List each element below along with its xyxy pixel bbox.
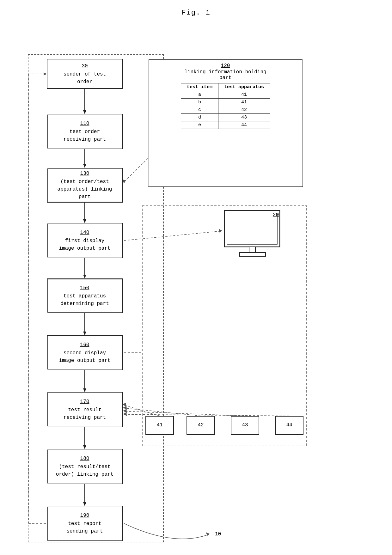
box-42-number: 42 (198, 421, 204, 429)
box-120-title: linking information-holdingpart (153, 69, 297, 81)
box-120: 120 linking information-holdingpart test… (148, 59, 303, 187)
box-160: 160 second display image output part (47, 335, 123, 370)
box-170-label: test result receiving part (64, 406, 106, 421)
box-190-label: test report sending part (66, 520, 103, 535)
box-110-number: 110 (80, 120, 89, 127)
box-41: 41 (145, 416, 174, 435)
box-180-label: (test result/test order) linking part (56, 463, 113, 478)
svg-rect-1 (227, 213, 277, 244)
box-140-number: 140 (80, 229, 89, 236)
box-43-number: 43 (242, 421, 248, 429)
box-160-label: second display image output part (59, 349, 110, 364)
box-180: 180 (test result/test order) linking par… (47, 449, 123, 484)
box-30-label: sender of test order (64, 70, 106, 86)
svg-rect-3 (240, 253, 266, 256)
box-44: 44 (275, 416, 303, 435)
box-190-number: 190 (80, 512, 89, 519)
box-130-label: (test order/test apparatus) linking part (58, 178, 112, 201)
col-test-item: test item (181, 83, 218, 91)
box-130: 130 (test order/test apparatus) linking … (47, 168, 123, 203)
box-120-number: 120 (153, 63, 297, 69)
linking-table: test item test apparatus a41b41c42d43e44 (181, 83, 270, 129)
box-42: 42 (187, 416, 215, 435)
box-30-number: 30 (82, 62, 88, 70)
col-test-apparatus: test apparatus (218, 83, 270, 91)
box-20-number: 20 (273, 212, 279, 218)
box-150-number: 150 (80, 284, 89, 292)
page-title: Fig. 1 (0, 0, 392, 22)
box-160-number: 160 (80, 341, 89, 349)
box-43: 43 (231, 416, 259, 435)
box-30: 30 sender of test order (47, 59, 123, 89)
label-10: 10 (215, 531, 221, 537)
box-110-label: test order receiving part (64, 128, 106, 143)
box-170: 170 test result receiving part (47, 392, 123, 427)
box-170-number: 170 (80, 398, 89, 406)
svg-marker-34 (206, 532, 210, 536)
box-41-number: 41 (156, 421, 162, 429)
box-150: 150 test apparatus determining part (47, 278, 123, 313)
box-140: 140 first display image output part (47, 223, 123, 258)
box-180-number: 180 (80, 455, 89, 462)
box-150-label: test apparatus determining part (60, 292, 109, 308)
box-20: 20 (221, 209, 285, 258)
svg-rect-2 (249, 247, 255, 253)
box-110: 110 test order receiving part (47, 114, 123, 149)
box-130-number: 130 (80, 170, 89, 177)
box-190: 190 test report sending part (47, 506, 123, 541)
box-44-number: 44 (286, 421, 292, 429)
box-140-label: first display image output part (59, 237, 110, 252)
